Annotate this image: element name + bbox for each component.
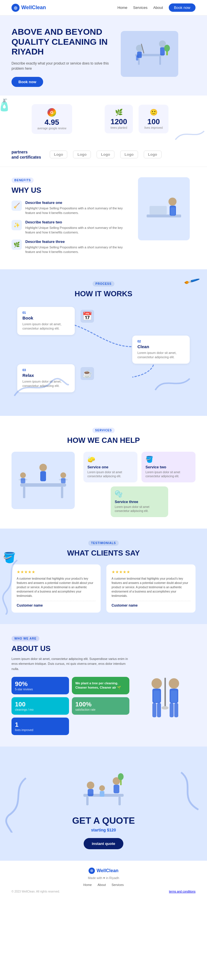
svg-rect-49: [100, 791, 104, 797]
quote-section: GET A QUOTE starting $120 instant quote: [0, 746, 207, 861]
svg-rect-35: [170, 703, 174, 717]
hero-description: Describe exactly what your product or se…: [11, 61, 109, 71]
hero-book-button[interactable]: Book now: [11, 77, 43, 87]
about-content: who we are ABOUT US Lorem ipsum dolor si…: [11, 636, 129, 735]
lives-stat: 🙂 100 lives improved: [139, 105, 168, 134]
footer-bottom: © 2023 WellClean. All rights reserved. t…: [11, 890, 196, 893]
service-card-3: 🫧 Service three Lorem ipsum dolor sit am…: [111, 487, 168, 517]
how-it-works-section: process HOW IT WORKS 🖌️ 01 Book Lorem ip…: [0, 269, 207, 416]
services-image: [11, 452, 78, 517]
nav-services[interactable]: Services: [133, 5, 148, 10]
step-1-desc: Lorem ipsum dolor sit amet, consectetur …: [22, 322, 70, 331]
google-rating: 4.95: [45, 118, 59, 127]
hero-image: [121, 31, 196, 83]
feature-1-icon: 🧹: [11, 200, 22, 211]
green-banner-text: We plant a tree per cleaning. Cleaner ho…: [75, 681, 126, 690]
feature-1: 🧹 Describe feature one Highlight Unique …: [11, 200, 129, 215]
service-3-icon: 🫧: [115, 490, 164, 498]
svg-point-13: [168, 197, 177, 206]
how-help-badge: services: [92, 428, 115, 433]
svg-point-32: [169, 678, 179, 689]
testimonials-section: testimonials WHAT CLIENTS SAY 🪣 ★★★★★ A …: [0, 528, 207, 624]
feature-3-desc: Highlight Unique Selling Propositions wi…: [25, 245, 129, 255]
why-us-content: benefits WHY US 🧹 Describe feature one H…: [11, 177, 129, 259]
service-2-name: Service two: [146, 465, 191, 469]
how-works-title: HOW IT WORKS: [11, 290, 196, 298]
svg-rect-7: [160, 47, 165, 55]
footer-link-about[interactable]: About: [98, 883, 106, 886]
about-stat-cleanings-label: cleanings / mo: [15, 708, 66, 711]
lives-label: lives improved: [144, 126, 163, 129]
about-title: ABOUT US: [11, 644, 129, 653]
services-layout: 🧽 Service one Lorem ipsum dolor sit amet…: [11, 452, 196, 517]
review-2-name: Customer name: [112, 601, 190, 608]
svg-point-23: [60, 473, 66, 478]
svg-rect-31: [157, 703, 161, 717]
step-2-desc: Lorem ipsum dolor sit amet, consectetur …: [137, 351, 185, 360]
svg-rect-11: [147, 215, 181, 217]
review-2: ★★★★★ A customer testimonial that highli…: [106, 565, 196, 612]
step-clean: 02 Clean Lorem ipsum dolor sit amet, con…: [132, 336, 190, 364]
calendar-icon: 📅: [80, 310, 94, 323]
google-label: average google review: [37, 127, 66, 130]
quote-starting: starting $120: [11, 828, 196, 832]
service-3-name: Service three: [115, 500, 164, 504]
services-illustration: [11, 452, 75, 509]
mug-icon: ☕: [80, 367, 94, 380]
nav-about[interactable]: About: [153, 5, 163, 10]
nav-links: Home Services About Book now: [117, 3, 196, 12]
about-stat-rating: 90% 5-star reviews: [11, 677, 69, 694]
review-1-name: Customer name: [17, 601, 95, 608]
partners-section: partnersand certificates Logo Logo Logo …: [0, 143, 207, 167]
service-card-1: 🧽 Service one Lorem ipsum dolor sit amet…: [83, 452, 137, 482]
feature-1-title: Describe feature one: [25, 200, 129, 205]
svg-rect-18: [61, 487, 63, 498]
quote-cta-button[interactable]: instant quote: [83, 838, 124, 849]
footer-copyright: © 2023 WellClean. All rights reserved.: [11, 890, 60, 893]
service-2-icon: 🪣: [146, 456, 191, 463]
footer-logo-icon: ◎: [88, 867, 95, 874]
footer-link-home[interactable]: Home: [83, 883, 92, 886]
footer-links: Home About Services: [11, 883, 196, 886]
svg-rect-16: [20, 483, 66, 487]
feature-2-desc: Highlight Unique Selling Propositions wi…: [25, 226, 129, 235]
service-card-2: 🪣 Service two Lorem ipsum dolor sit amet…: [141, 452, 196, 482]
leaf-icon: 🌿: [115, 109, 123, 116]
about-image: [138, 636, 196, 735]
about-stat-satisfaction-num: 100%: [75, 701, 126, 708]
how-works-badge: process: [93, 281, 114, 286]
partner-logo-2: Logo: [73, 151, 91, 158]
footer-link-services[interactable]: Services: [112, 883, 124, 886]
about-stat-satisfaction: 100% satisfaction rate: [72, 697, 129, 715]
testimonials-title: WHAT CLIENTS SAY: [11, 549, 196, 558]
nav-home[interactable]: Home: [117, 5, 127, 10]
hero-section: ABOVE AND BEYOND QUALITY CLEANING IN RIY…: [0, 16, 207, 95]
trees-stat: 🌿 1200 trees planted: [105, 105, 133, 134]
svg-rect-15: [170, 207, 175, 215]
testimonials-badge: testimonials: [88, 540, 119, 546]
svg-rect-36: [174, 703, 178, 717]
svg-rect-40: [86, 797, 88, 805]
svg-rect-41: [119, 797, 121, 805]
about-section: who we are ABOUT US Lorem ipsum dolor si…: [0, 624, 207, 746]
review-2-text: A customer testimonial that highlights y…: [112, 576, 190, 598]
feature-2-title: Describe feature two: [25, 220, 129, 224]
how-help-title: HOW WE CAN HELP: [11, 436, 196, 445]
review-1-stars: ★★★★★: [17, 570, 95, 574]
quote-title: GET A QUOTE: [11, 815, 196, 826]
feature-3-title: Describe feature three: [25, 239, 129, 244]
service-1-desc: Lorem ipsum dolor sit amet consectetur a…: [87, 470, 133, 478]
about-stats: 90% 5-star reviews We plant a tree per c…: [11, 677, 129, 735]
about-badge: who we are: [11, 636, 39, 641]
svg-rect-24: [61, 478, 66, 483]
nav-book-button[interactable]: Book now: [169, 3, 196, 12]
step-2-num: 02: [137, 340, 185, 343]
footer-tagline: Made with ♥ in Riyadh: [11, 876, 196, 880]
svg-rect-45: [114, 785, 119, 793]
about-stat-cleanings: 100 cleanings / mo: [11, 697, 69, 715]
feature-3-icon: 🌿: [11, 239, 22, 250]
footer-terms[interactable]: terms and conditions: [169, 890, 196, 893]
svg-rect-26: [40, 471, 46, 481]
bucket-icon: 🪣: [3, 552, 16, 563]
step-1-name: Book: [22, 315, 70, 320]
